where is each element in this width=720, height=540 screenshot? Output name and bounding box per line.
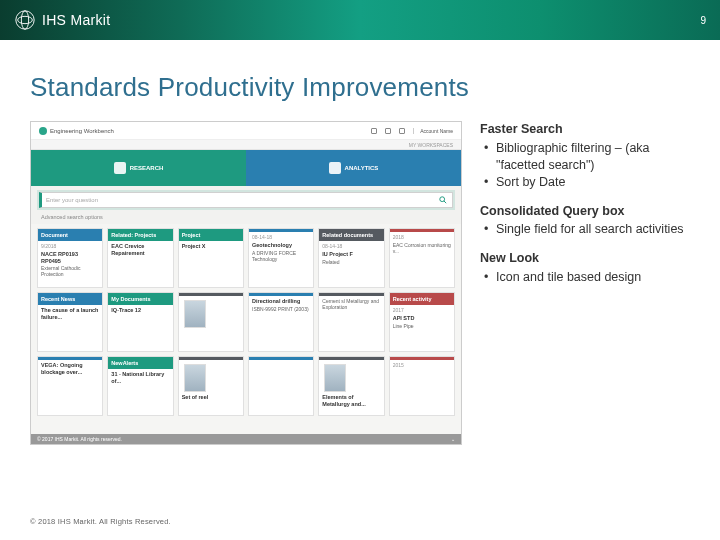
brand-text: IHS Markit	[42, 12, 110, 28]
bell-icon[interactable]	[385, 128, 391, 134]
tile-card[interactable]: Set of reel	[178, 356, 244, 416]
note-text: Single field for all search activities	[496, 221, 690, 238]
tile-card[interactable]	[178, 292, 244, 352]
tile-card[interactable]: 2018EAC Corrosion monitoring v...	[389, 228, 455, 288]
card-body: IQ-Trace 12	[108, 305, 172, 351]
tile-card[interactable]: Related documents08-14-18IU Project FRel…	[318, 228, 384, 288]
card-body: IU Project FRelated	[319, 249, 383, 287]
card-body: NACE RP0193 RP0495External Cathodic Prot…	[38, 249, 102, 287]
slide-header: IHS Markit 9	[0, 0, 720, 40]
app-screenshot: Engineering Workbench Account Name MY WO…	[30, 121, 462, 445]
hero-analytics-label: ANALYTICS	[345, 165, 379, 171]
tile-card[interactable]: VEGA: Ongoing blockage over...	[37, 356, 103, 416]
research-icon	[114, 162, 126, 174]
card-date: 2017	[390, 305, 454, 313]
tile-card[interactable]: Cement sl Metallurgy and Exploration	[318, 292, 384, 352]
hero-analytics[interactable]: ANALYTICS	[246, 150, 461, 186]
gear-icon[interactable]	[371, 128, 377, 134]
card-date: 2018	[390, 232, 454, 240]
svg-point-1	[440, 197, 445, 202]
search-input[interactable]: Enter your question	[39, 192, 453, 208]
card-body: Project X	[179, 241, 243, 287]
tile-card[interactable]: Document9/2018NACE RP0193 RP0495External…	[37, 228, 103, 288]
user-name[interactable]: Account Name	[413, 128, 453, 134]
card-body: Directional drillingISBN-9992 PRINT (200…	[249, 296, 313, 351]
card-header: Related: Projects	[108, 229, 172, 241]
card-body: Set of reel	[179, 360, 243, 415]
search-icon[interactable]	[438, 196, 448, 204]
note-item: •Single field for all search activities	[484, 221, 690, 238]
card-date: 08-14-18	[249, 232, 313, 240]
card-header: Recent News	[38, 293, 102, 305]
app-brand-text: Engineering Workbench	[50, 128, 114, 134]
app-topbar: Engineering Workbench Account Name	[31, 122, 461, 140]
card-body: GeotechnologyA DRIVING FORCE Technology	[249, 240, 313, 287]
content-row: Engineering Workbench Account Name MY WO…	[0, 121, 720, 445]
card-header: NewAlerts	[108, 357, 172, 369]
note-item: •Sort by Date	[484, 174, 690, 191]
help-icon[interactable]	[399, 128, 405, 134]
app-footer-bar: © 2017 IHS Markit. All rights reserved. …	[31, 434, 461, 444]
hero-research-label: RESEARCH	[130, 165, 164, 171]
note-item: •Icon and tile based design	[484, 269, 690, 286]
tile-card[interactable]: 2015	[389, 356, 455, 416]
card-body: The cause of a launch failure...	[38, 305, 102, 351]
advanced-search-link[interactable]: Advanced search options	[31, 214, 461, 224]
note-item: •Bibliographic filtering – (aka "facette…	[484, 140, 690, 174]
note-section-title: Consolidated Query box	[480, 203, 690, 220]
searchbar-row: Enter your question	[31, 186, 461, 214]
tile-card[interactable]: Elements of Metallurgy and...	[318, 356, 384, 416]
svg-line-2	[444, 201, 446, 203]
swirl-icon	[14, 9, 36, 31]
card-date: 9/2018	[38, 241, 102, 249]
app-subbar: MY WORKSPACES	[31, 140, 461, 150]
tile-card[interactable]	[248, 356, 314, 416]
card-body: VEGA: Ongoing blockage over...	[38, 360, 102, 415]
card-date: 08-14-18	[319, 241, 383, 249]
hero-research[interactable]: RESEARCH	[31, 150, 246, 186]
tile-card[interactable]: 08-14-18GeotechnologyA DRIVING FORCE Tec…	[248, 228, 314, 288]
card-body: 31 - National Library of...	[108, 369, 172, 415]
bullet-icon: •	[484, 140, 496, 157]
card-body	[179, 296, 243, 351]
app-brand: Engineering Workbench	[39, 127, 114, 135]
tile-card[interactable]: ProjectProject X	[178, 228, 244, 288]
card-header: Document	[38, 229, 102, 241]
tile-card[interactable]: Related: ProjectsEAC Crevice Repairement	[107, 228, 173, 288]
note-text: Icon and tile based design	[496, 269, 690, 286]
workspaces-link[interactable]: MY WORKSPACES	[409, 142, 453, 148]
tile-card[interactable]: Recent NewsThe cause of a launch failure…	[37, 292, 103, 352]
note-text: Bibliographic filtering – (aka "facetted…	[496, 140, 690, 174]
tile-card[interactable]: NewAlerts31 - National Library of...	[107, 356, 173, 416]
search-placeholder: Enter your question	[46, 197, 438, 203]
page-footer: © 2018 IHS Markit. All Rights Reserved.	[30, 517, 171, 526]
card-body: EAC Corrosion monitoring v...	[390, 240, 454, 287]
chevron-down-icon[interactable]: ⌄	[451, 436, 455, 442]
thumbnail-icon	[184, 300, 206, 328]
tile-card[interactable]: Directional drillingISBN-9992 PRINT (200…	[248, 292, 314, 352]
page-number: 9	[700, 15, 706, 26]
note-section: Faster Search•Bibliographic filtering – …	[480, 121, 690, 191]
note-section: New Look•Icon and tile based design	[480, 250, 690, 286]
card-body: API STDLine Pipe	[390, 313, 454, 351]
slide-title: Standards Productivity Improvements	[0, 40, 720, 121]
note-list: •Icon and tile based design	[480, 269, 690, 286]
bullet-icon: •	[484, 221, 496, 238]
note-section-title: New Look	[480, 250, 690, 267]
card-header: Recent activity	[390, 293, 454, 305]
svg-point-0	[16, 11, 34, 29]
thumbnail-icon	[324, 364, 346, 392]
note-list: •Single field for all search activities	[480, 221, 690, 238]
note-text: Sort by Date	[496, 174, 690, 191]
app-copyright: © 2017 IHS Markit. All rights reserved.	[37, 436, 122, 442]
note-section: Consolidated Query box•Single field for …	[480, 203, 690, 239]
bullet-icon: •	[484, 269, 496, 286]
card-body: Elements of Metallurgy and...	[319, 360, 383, 415]
card-body	[390, 368, 454, 415]
tile-card[interactable]: My DocumentsIQ-Trace 12	[107, 292, 173, 352]
app-top-right: Account Name	[371, 128, 453, 134]
tile-card[interactable]: Recent activity2017API STDLine Pipe	[389, 292, 455, 352]
notes-column: Faster Search•Bibliographic filtering – …	[480, 121, 690, 445]
card-date: 2015	[390, 360, 454, 368]
card-header: Project	[179, 229, 243, 241]
